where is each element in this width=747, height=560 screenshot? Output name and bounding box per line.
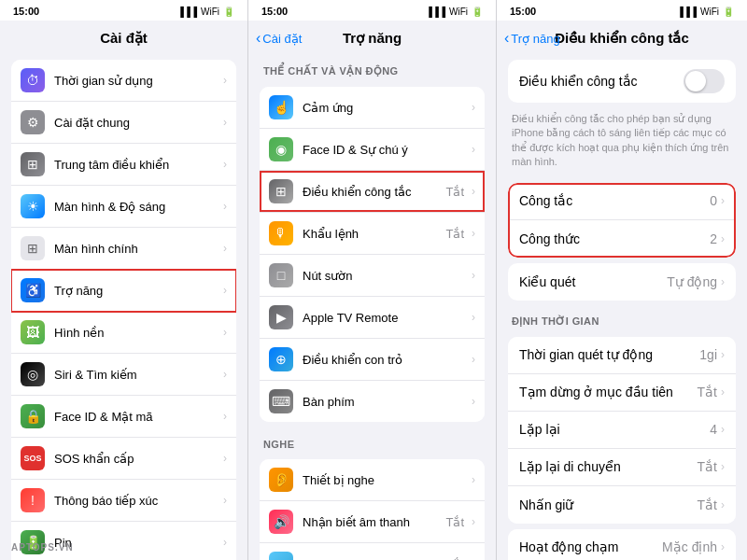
accessibility-list-2: 👂 Thiết bị nghe › 🔊 Nhận biết âm thanh T… bbox=[260, 459, 485, 560]
chevron-icon: › bbox=[223, 74, 227, 87]
p3-value-auto-scan: 1gi bbox=[699, 347, 717, 362]
acc-item-tty[interactable]: TTY TTY Tắt › bbox=[260, 543, 485, 560]
acc-item-side-btn[interactable]: □ Nút sườn › bbox=[260, 255, 485, 297]
acc-label-side-btn: Nút sườn bbox=[303, 269, 468, 283]
acc-item-hearing[interactable]: 👂 Thiết bị nghe › bbox=[260, 459, 485, 501]
acc-item-pointer[interactable]: ⊕ Điều khiển con trỏ › bbox=[260, 339, 485, 381]
wifi-icon-3: WiFi bbox=[700, 7, 719, 17]
acc-item-keyboard[interactable]: ⌨ Bàn phím › bbox=[260, 381, 485, 422]
settings-item-display[interactable]: ☀ Màn hình & Độ sáng › bbox=[11, 186, 236, 228]
p3-label-scan: Kiểu quét bbox=[519, 274, 667, 289]
home-icon: ⊞ bbox=[21, 236, 45, 260]
status-time-2: 15:00 bbox=[261, 6, 288, 17]
chevron-icon: › bbox=[223, 452, 227, 465]
p3-item-pause-first[interactable]: Tạm dừng ở mục đầu tiên Tắt › bbox=[508, 374, 736, 412]
panel-settings: 15:00 ▐▐▐ WiFi 🔋 Cài đặt ⏱ Thời gian sử … bbox=[0, 0, 248, 560]
p3-label-hold: Nhấn giữ bbox=[519, 497, 698, 512]
panel1-scroll: ⏱ Thời gian sử dụng › ⚙ Cài đặt chung › … bbox=[0, 54, 247, 560]
section-header-2-1: THỂ CHẤT VÀ VẬN ĐỘNG bbox=[248, 54, 496, 81]
settings-item-accessibility[interactable]: ♿ Trợ năng › bbox=[11, 270, 236, 312]
nav-back-3[interactable]: ‹ Trợ năng bbox=[504, 31, 560, 46]
sos-icon: SOS bbox=[21, 446, 45, 470]
tty-icon: TTY bbox=[269, 552, 293, 560]
settings-item-exposure[interactable]: ! Thông báo tiếp xúc › bbox=[11, 480, 236, 522]
chevron-icon: › bbox=[223, 368, 227, 381]
p3-item-auto-scan-time[interactable]: Thời gian quét tự động 1gi › bbox=[508, 337, 736, 374]
back-arrow-icon-2: ‹ bbox=[256, 31, 261, 46]
settings-item-siri[interactable]: ◎ Siri & Tìm kiếm › bbox=[11, 354, 236, 396]
chevron-icon: › bbox=[472, 143, 475, 156]
nav-bar-1: Cài đặt bbox=[0, 21, 247, 54]
nav-bar-2: ‹ Cài đặt Trợ năng bbox=[248, 21, 496, 54]
control-icon: ⊞ bbox=[21, 152, 45, 176]
chevron-icon: › bbox=[472, 227, 475, 240]
nav-back-2[interactable]: ‹ Cài đặt bbox=[256, 31, 302, 46]
panel-switch-control: 15:00 ▐▐▐ WiFi 🔋 ‹ Trợ năng Điều khiển c… bbox=[497, 0, 747, 560]
status-icons-1: ▐▐▐ WiFi 🔋 bbox=[177, 7, 234, 17]
settings-item-general[interactable]: ⚙ Cài đặt chung › bbox=[11, 102, 236, 144]
acc-item-touch[interactable]: ☝ Cảm ứng › bbox=[260, 87, 485, 129]
settings-item-home[interactable]: ⊞ Màn hình chính › bbox=[11, 228, 236, 270]
settings-label-general: Cài đặt chung bbox=[54, 116, 219, 130]
p3-value-touch-action: Mặc định bbox=[662, 539, 717, 554]
pointer-icon: ⊕ bbox=[269, 347, 293, 371]
p3-chevron: › bbox=[721, 460, 725, 473]
p3-item-touch-action[interactable]: Hoạt động chạm Mặc định › bbox=[508, 529, 736, 560]
nav-back-label-3: Trợ năng bbox=[511, 32, 559, 46]
p3-item-congta[interactable]: Công tắc 0 › bbox=[508, 183, 736, 220]
settings-item-wallpaper[interactable]: 🖼 Hình nền › bbox=[11, 312, 236, 354]
settings-label-display: Màn hình & Độ sáng bbox=[54, 200, 219, 214]
p3-item-congthuc[interactable]: Công thức 2 › bbox=[508, 220, 736, 258]
settings-label-control: Trung tâm điều khiển bbox=[54, 158, 219, 172]
chevron-icon: › bbox=[223, 326, 227, 339]
settings-label-sos: SOS khẩn cấp bbox=[54, 452, 219, 466]
signal-icon-2: ▐▐▐ bbox=[426, 7, 445, 17]
settings-item-control[interactable]: ⊞ Trung tâm điều khiển › bbox=[11, 144, 236, 186]
status-bar-3: 15:00 ▐▐▐ WiFi 🔋 bbox=[497, 0, 747, 21]
p3-item-hold[interactable]: Nhấn giữ Tắt › bbox=[508, 486, 736, 524]
appletv-icon: ▶ bbox=[269, 305, 293, 329]
settings-item-battery[interactable]: 🔋 Pin › bbox=[11, 522, 236, 560]
watermark: APTOPS.VN bbox=[11, 542, 74, 553]
faceid2-icon: ◉ bbox=[269, 137, 293, 161]
p3-item-repeat[interactable]: Lặp lại 4 › bbox=[508, 412, 736, 449]
panel2-scroll: THỂ CHẤT VÀ VẬN ĐỘNG ☝ Cảm ứng › ◉ Face … bbox=[248, 54, 496, 560]
chevron-icon: › bbox=[472, 311, 475, 324]
toggle-label: Điều khiển công tắc bbox=[519, 74, 638, 89]
acc-item-sound[interactable]: 🔊 Nhận biết âm thanh Tắt › bbox=[260, 501, 485, 543]
settings-list: ⏱ Thời gian sử dụng › ⚙ Cài đặt chung › … bbox=[11, 60, 236, 560]
p3-item-repeat-move[interactable]: Lặp lại di chuyển Tắt › bbox=[508, 449, 736, 486]
status-bar-2: 15:00 ▐▐▐ WiFi 🔋 bbox=[248, 0, 496, 21]
acc-label-appletv: Apple TV Remote bbox=[303, 311, 468, 325]
acc-item-switch-control[interactable]: ⊞ Điều khiển công tắc Tắt › bbox=[260, 171, 485, 213]
faceid-icon: 🔒 bbox=[21, 404, 45, 428]
signal-icon-3: ▐▐▐ bbox=[677, 7, 697, 17]
settings-item-faceid[interactable]: 🔒 Face ID & Mật mã › bbox=[11, 396, 236, 438]
switch-control-toggle-container: Điều khiển công tắc bbox=[508, 60, 736, 103]
p3-chevron: › bbox=[721, 348, 725, 361]
timing-section: Thời gian quét tự động 1gi › Tạm dừng ở … bbox=[508, 337, 736, 524]
wifi-icon-2: WiFi bbox=[449, 7, 468, 17]
p3-label-touch-action: Hoạt động chạm bbox=[519, 539, 662, 554]
settings-label-exposure: Thông báo tiếp xúc bbox=[54, 494, 219, 508]
settings-item-sos[interactable]: SOS SOS khẩn cấp › bbox=[11, 438, 236, 480]
chevron-icon: › bbox=[223, 116, 227, 129]
settings-item-screen-time[interactable]: ⏱ Thời gian sử dụng › bbox=[11, 60, 236, 102]
p3-chevron: › bbox=[721, 423, 725, 436]
p3-label-repeat-move: Lặp lại di chuyển bbox=[519, 459, 698, 474]
p3-value-hold: Tắt bbox=[698, 497, 717, 512]
acc-item-faceid2[interactable]: ◉ Face ID & Sự chú ý › bbox=[260, 129, 485, 171]
voice-icon: 🎙 bbox=[269, 221, 293, 245]
acc-label-touch: Cảm ứng bbox=[303, 101, 468, 115]
acc-item-voice[interactable]: 🎙 Khẩu lệnh Tắt › bbox=[260, 213, 485, 255]
p3-chevron: › bbox=[721, 540, 725, 553]
status-time-1: 15:00 bbox=[13, 6, 39, 17]
p3-label-pause-first: Tạm dừng ở mục đầu tiên bbox=[519, 385, 698, 399]
nav-title-3: Điều khiển công tắc bbox=[555, 30, 689, 47]
signal-icon: ▐▐▐ bbox=[177, 7, 197, 17]
switch-control-toggle[interactable] bbox=[684, 69, 725, 93]
acc-item-appletv[interactable]: ▶ Apple TV Remote › bbox=[260, 297, 485, 339]
p3-item-scan[interactable]: Kiểu quét Tự động › bbox=[508, 263, 736, 301]
chevron-icon: › bbox=[472, 101, 475, 114]
p3-chevron-congthuc: › bbox=[721, 232, 725, 245]
